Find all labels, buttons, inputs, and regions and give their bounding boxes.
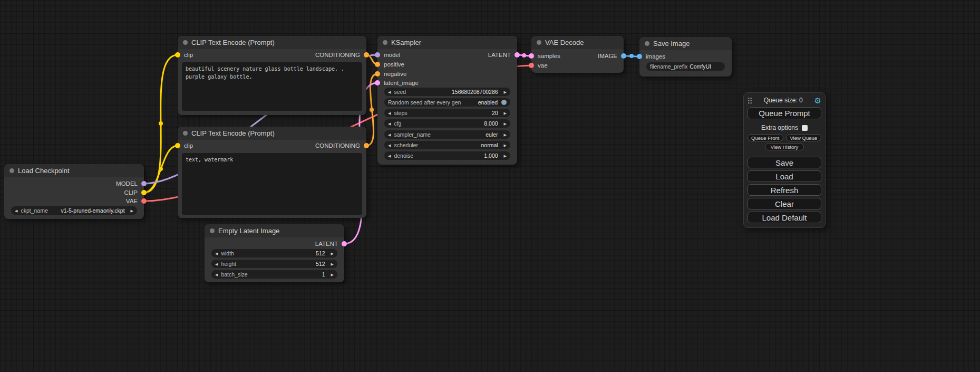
node-clip-text-encode-positive[interactable]: CLIP Text Encode (Prompt) clip CONDITION… [178,36,366,115]
input-dot-clip[interactable] [175,52,180,58]
node-titlebar[interactable]: KSampler [377,36,517,49]
widget-denoise[interactable]: denoise 1.000 [384,151,510,160]
prompt-textarea[interactable]: beautiful scenery nature glass bottle la… [182,62,362,111]
decrement-arrow-icon[interactable] [215,252,218,255]
slot-label: clip [184,52,193,58]
widget-cfg[interactable]: cfg 8.000 [384,119,510,128]
view-queue-button[interactable]: View Queue [786,134,822,141]
node-status-dot [210,228,215,233]
node-titlebar[interactable]: CLIP Text Encode (Prompt) [178,36,366,49]
increment-arrow-icon[interactable] [331,262,334,266]
widget-value: 8.000 [484,120,500,127]
increment-arrow-icon[interactable] [504,154,507,158]
input-dot-vae[interactable] [529,63,534,68]
queue-front-button[interactable]: Queue Front [748,134,783,141]
increment-arrow-icon[interactable] [504,122,507,126]
extra-options-label: Extra options [761,124,798,131]
prompt-textarea[interactable]: text, watermark [182,153,362,215]
widget-label: seed [394,89,406,95]
increment-arrow-icon[interactable] [131,209,133,213]
decrement-arrow-icon[interactable] [215,262,218,266]
output-dot-vae[interactable] [141,198,147,204]
widget-height[interactable]: height 512 [211,260,337,268]
node-load-checkpoint[interactable]: Load Checkpoint MODEL CLIP VAE ckpt_name… [4,164,144,219]
save-button[interactable]: Save [748,157,821,168]
increment-arrow-icon[interactable] [331,252,334,255]
decrement-arrow-icon[interactable] [388,144,391,147]
output-dot-conditioning[interactable] [364,52,369,58]
queue-panel-header: Queue size: 0 [748,96,821,105]
widget-ckpt-name[interactable]: ckpt_name v1-5-pruned-emaonly.ckpt [11,206,137,215]
widget-random-seed-toggle[interactable]: Random seed after every gen enabled [384,98,510,107]
input-dot-images[interactable] [637,54,642,59]
output-slot-clip: CLIP [124,189,147,196]
input-dot-model[interactable] [375,52,380,58]
drag-handle-icon[interactable] [748,97,752,104]
decrement-arrow-icon[interactable] [388,122,391,126]
input-dot-clip[interactable] [175,143,180,148]
node-titlebar[interactable]: Save Image [639,37,732,50]
toggle-knob-icon[interactable] [501,100,507,105]
increment-arrow-icon[interactable] [504,133,507,137]
queue-prompt-button[interactable]: Queue Prompt [748,107,821,119]
widget-value: normal [481,142,501,148]
input-dot-negative[interactable] [375,71,380,77]
output-dot-clip[interactable] [141,190,147,195]
slot-label: CONDITIONING [315,52,360,58]
decrement-arrow-icon[interactable] [388,90,391,94]
output-dot-latent[interactable] [342,241,347,246]
decrement-arrow-icon[interactable] [388,154,391,158]
node-clip-text-encode-negative[interactable]: CLIP Text Encode (Prompt) clip CONDITION… [178,127,366,218]
load-button[interactable]: Load [748,170,821,182]
output-dot-model[interactable] [141,181,147,186]
queue-panel: Queue size: 0 Queue Prompt Extra options… [743,92,826,228]
node-title: CLIP Text Encode (Prompt) [191,39,275,46]
view-history-button[interactable]: View History [765,143,804,150]
settings-gear-icon[interactable] [814,97,821,104]
history-row: View History [748,143,821,150]
decrement-arrow-icon[interactable] [15,209,17,213]
output-slot-vae: VAE [126,197,147,205]
widget-filename-prefix[interactable]: filename_prefix ComfyUI [646,62,725,71]
node-status-dot [645,41,649,46]
widget-steps[interactable]: steps 20 [384,109,510,117]
increment-arrow-icon[interactable] [504,111,507,115]
node-ksampler[interactable]: KSampler model positive negative latent_… [377,36,517,165]
output-dot-conditioning[interactable] [364,143,369,148]
input-dot-latent-image[interactable] [375,80,380,85]
clear-button[interactable]: Clear [748,198,821,209]
output-dot-image[interactable] [621,53,626,59]
widget-sampler-name[interactable]: sampler_name euler [384,130,510,139]
node-status-dot [183,131,188,136]
refresh-button[interactable]: Refresh [748,184,821,196]
increment-arrow-icon[interactable] [504,90,507,94]
decrement-arrow-icon[interactable] [388,133,391,137]
widget-value: 1.000 [484,152,500,159]
decrement-arrow-icon[interactable] [388,111,391,115]
widget-width[interactable]: width 512 [211,249,337,257]
output-dot-latent[interactable] [515,52,520,58]
node-titlebar[interactable]: Empty Latent Image [205,224,344,237]
node-save-image[interactable]: Save Image images filename_prefix ComfyU… [639,37,732,77]
input-dot-samples[interactable] [529,53,534,59]
widget-value: 512 [316,261,328,267]
load-default-button[interactable]: Load Default [748,212,821,223]
input-dot-positive[interactable] [375,62,380,67]
node-titlebar[interactable]: Load Checkpoint [4,164,144,177]
node-empty-latent-image[interactable]: Empty Latent Image LATENT width 512 heig… [205,224,344,282]
input-slot-latent-image: latent_image [375,79,419,87]
increment-arrow-icon[interactable] [331,273,334,276]
widget-batch-size[interactable]: batch_size 1 [211,270,337,279]
node-title: VAE Decode [545,39,584,46]
slot-label: model [384,52,400,58]
decrement-arrow-icon[interactable] [215,273,218,276]
node-title: Save Image [653,40,690,47]
node-titlebar[interactable]: VAE Decode [531,36,624,49]
increment-arrow-icon[interactable] [504,144,507,147]
node-titlebar[interactable]: CLIP Text Encode (Prompt) [178,127,366,140]
widget-scheduler[interactable]: scheduler normal [384,141,510,149]
extra-options-checkbox[interactable] [802,125,808,131]
node-graph-canvas[interactable]: Load Checkpoint MODEL CLIP VAE ckpt_name… [0,0,980,372]
widget-seed[interactable]: seed 156680208700286 [384,88,510,96]
node-vae-decode[interactable]: VAE Decode samples vae IMAGE [531,36,624,73]
